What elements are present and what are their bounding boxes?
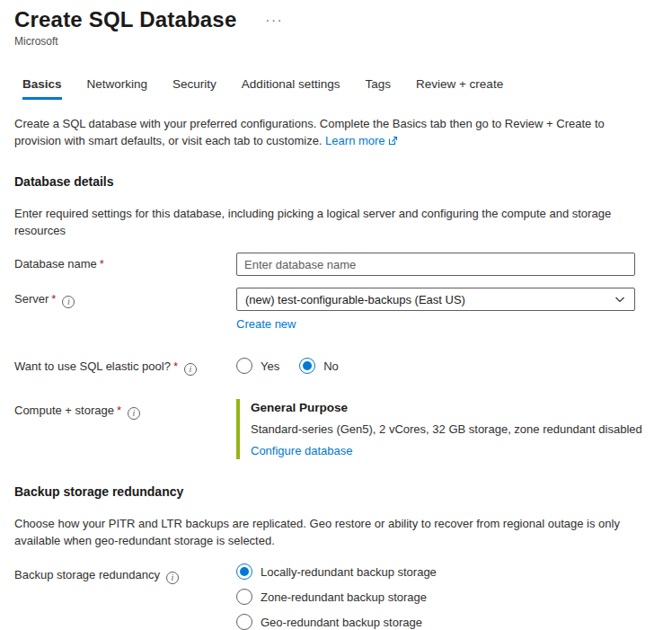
server-select[interactable]: (new) test-configurable-backups (East US… xyxy=(236,288,635,311)
label-text: Compute + storage xyxy=(14,404,114,417)
configure-database-link[interactable]: Configure database xyxy=(251,444,352,457)
intro-paragraph: Create a SQL database with your preferre… xyxy=(14,115,643,149)
server-field: (new) test-configurable-backups (East US… xyxy=(236,288,658,331)
backup-redundancy-row: Backup storage redundancyi Locally-redun… xyxy=(14,563,658,630)
required-asterisk: * xyxy=(100,257,104,271)
tier-details: Standard-series (Gen5), 2 vCores, 32 GB … xyxy=(251,422,658,436)
backup-redundancy-description: Choose how your PITR and LTR backups are… xyxy=(14,515,649,549)
database-name-row: Database name* xyxy=(14,253,658,276)
radio-label: Zone-redundant backup storage xyxy=(261,590,427,604)
tab-basics[interactable]: Basics xyxy=(22,77,62,100)
server-label: Server*i xyxy=(14,288,236,308)
backup-option-locally-redundant[interactable]: Locally-redundant backup storage xyxy=(236,563,658,580)
compute-storage-label: Compute + storage*i xyxy=(14,399,236,420)
tab-additional-settings[interactable]: Additional settings xyxy=(242,77,340,100)
backup-option-zone-redundant[interactable]: Zone-redundant backup storage xyxy=(236,589,658,605)
tab-networking[interactable]: Networking xyxy=(87,77,148,100)
tab-security[interactable]: Security xyxy=(172,77,217,100)
backup-option-geo-redundant[interactable]: Geo-redundant backup storage xyxy=(236,614,658,630)
info-icon[interactable]: i xyxy=(128,407,140,420)
radio-button[interactable] xyxy=(236,563,252,580)
compute-storage-row: Compute + storage*i General Purpose Stan… xyxy=(14,399,658,459)
radio-button[interactable] xyxy=(236,614,252,630)
more-options-button[interactable]: ··· xyxy=(261,12,287,28)
elastic-pool-option-no[interactable]: No xyxy=(299,358,339,374)
tab-bar: Basics Networking Security Additional se… xyxy=(14,77,658,100)
database-name-label: Database name* xyxy=(14,253,236,271)
database-name-input[interactable] xyxy=(236,253,635,276)
radio-label: Locally-redundant backup storage xyxy=(261,565,437,579)
create-new-server-link[interactable]: Create new xyxy=(236,317,296,331)
create-sql-database-page: Create SQL Database ··· Microsoft Basics… xyxy=(0,0,672,630)
compute-storage-field: General Purpose Standard-series (Gen5), … xyxy=(236,399,658,459)
server-row: Server*i (new) test-configurable-backups… xyxy=(14,288,658,331)
database-name-field xyxy=(236,253,658,276)
database-details-heading: Database details xyxy=(14,174,658,189)
info-icon[interactable]: i xyxy=(184,363,197,376)
learn-more-label: Learn more xyxy=(325,134,385,147)
radio-button[interactable] xyxy=(299,358,315,374)
elastic-pool-label: Want to use SQL elastic pool?*i xyxy=(14,355,236,376)
required-asterisk: * xyxy=(51,292,56,306)
backup-redundancy-heading: Backup storage redundancy xyxy=(14,484,658,499)
radio-label: Yes xyxy=(261,359,279,373)
backup-redundancy-label: Backup storage redundancyi xyxy=(14,563,236,584)
publisher-subtitle: Microsoft xyxy=(14,35,658,48)
label-text: Database name xyxy=(14,257,97,271)
elastic-pool-option-yes[interactable]: Yes xyxy=(236,358,279,374)
page-header: Create SQL Database ··· xyxy=(14,7,658,32)
tab-tags[interactable]: Tags xyxy=(365,77,391,100)
radio-label: No xyxy=(323,359,339,373)
learn-more-link[interactable]: Learn more xyxy=(325,134,397,147)
label-text: Server xyxy=(14,292,49,306)
backup-redundancy-radio-group: Locally-redundant backup storage Zone-re… xyxy=(236,563,658,630)
tab-review-create[interactable]: Review + create xyxy=(416,77,503,100)
info-icon[interactable]: i xyxy=(166,572,179,584)
elastic-pool-row: Want to use SQL elastic pool?*i Yes No xyxy=(14,355,658,376)
radio-button[interactable] xyxy=(236,358,252,374)
server-select-value: (new) test-configurable-backups (East US… xyxy=(245,293,465,306)
tier-name: General Purpose xyxy=(251,401,658,414)
radio-label: Geo-redundant backup storage xyxy=(261,616,422,629)
selected-tier-card: General Purpose Standard-series (Gen5), … xyxy=(236,399,658,459)
elastic-pool-radio-group: Yes No xyxy=(236,355,658,374)
database-details-description: Enter required settings for this databas… xyxy=(14,205,649,239)
label-text: Backup storage redundancy xyxy=(14,568,160,581)
radio-button[interactable] xyxy=(236,589,252,605)
required-asterisk: * xyxy=(173,359,178,373)
chevron-down-icon xyxy=(614,293,626,306)
intro-text: Create a SQL database with your preferre… xyxy=(14,117,605,147)
info-icon[interactable]: i xyxy=(62,296,75,308)
page-title: Create SQL Database xyxy=(14,7,236,32)
required-asterisk: * xyxy=(117,404,121,417)
label-text: Want to use SQL elastic pool? xyxy=(14,359,171,373)
external-link-icon xyxy=(388,136,398,146)
